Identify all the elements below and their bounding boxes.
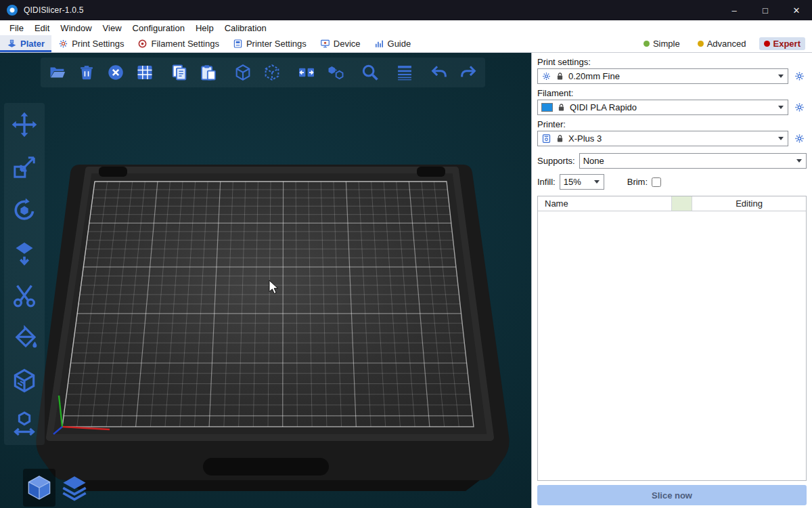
toolbar-group [357, 60, 383, 85]
delete-button[interactable] [74, 60, 99, 85]
mode-expert[interactable]: Expert [759, 37, 805, 50]
menu-edit[interactable]: Edit [29, 23, 55, 33]
filament-edit-button[interactable] [792, 100, 807, 115]
redo-icon [459, 63, 478, 82]
brim-checkbox[interactable] [652, 177, 661, 187]
mode-dot-icon [698, 41, 704, 47]
minimize-button[interactable]: – [719, 0, 750, 20]
paint-icon [11, 324, 38, 352]
paste-button[interactable] [196, 60, 221, 85]
print-settings-label: Print settings: [537, 57, 807, 67]
print-settings-row: 0.20mm Fine [537, 68, 807, 84]
rotate-tool-button[interactable] [7, 192, 42, 228]
menu-view[interactable]: View [97, 23, 127, 33]
search-icon [361, 63, 380, 82]
filament-settings-icon [137, 39, 148, 49]
plater-icon [7, 39, 17, 49]
menu-help[interactable]: Help [190, 23, 219, 33]
slice-now-button[interactable]: Slice now [537, 485, 807, 505]
column-header-editing[interactable]: Editing [692, 196, 806, 211]
editor-view-button[interactable] [23, 469, 55, 507]
print-bed[interactable] [0, 53, 531, 508]
preview-view-button[interactable] [58, 469, 91, 507]
maximize-button[interactable]: □ [750, 0, 781, 20]
gear-icon [794, 133, 805, 144]
printer-combo[interactable]: X-Plus 3 [537, 131, 788, 146]
guide-icon [374, 39, 384, 49]
arrange-button[interactable] [132, 60, 158, 85]
arrange-icon [135, 63, 154, 82]
menu-calibration[interactable]: Calibration [219, 23, 272, 33]
column-header-name[interactable]: Name [538, 196, 672, 211]
delete-all-button[interactable] [103, 60, 129, 85]
mode-selector: SimpleAdvancedExpert [639, 35, 812, 52]
print-settings-combo[interactable]: 0.20mm Fine [537, 68, 788, 84]
app-window: QIDISlicer-1.0.5 – □ ✕ FileEditWindowVie… [0, 0, 812, 508]
print-settings-edit-button[interactable] [792, 69, 807, 84]
spacing-tool-button[interactable] [7, 406, 42, 441]
split-parts-button[interactable] [323, 60, 348, 85]
object-list-body[interactable] [538, 211, 806, 480]
infill-value: 15% [564, 177, 591, 187]
mode-advanced[interactable]: Advanced [693, 37, 751, 50]
supports-value: None [583, 156, 793, 166]
printer-edit-button[interactable] [792, 131, 807, 146]
tab-device[interactable]: Device [313, 35, 367, 52]
open-folder-button[interactable] [45, 60, 70, 85]
variable-layer-height-button[interactable] [392, 60, 418, 85]
tab-print-settings[interactable]: Print Settings [51, 35, 131, 52]
tab-label: Printer Settings [246, 39, 307, 49]
bed-clip-right [417, 167, 445, 177]
menu-file[interactable]: File [4, 23, 29, 33]
scale-tool-button[interactable] [7, 150, 42, 185]
close-button[interactable]: ✕ [781, 0, 812, 20]
3d-viewport[interactable] [0, 53, 531, 508]
menu-window[interactable]: Window [55, 23, 97, 33]
measure-tool-button[interactable] [7, 363, 42, 398]
scale-icon [11, 154, 38, 181]
toolbar-group [45, 60, 158, 85]
window-controls: – □ ✕ [719, 0, 812, 20]
column-header-extruder[interactable] [672, 196, 692, 211]
copy-button[interactable] [166, 60, 192, 85]
redo-button[interactable] [455, 60, 481, 85]
mode-label: Simple [653, 39, 680, 49]
tab-filament-settings[interactable]: Filament Settings [131, 35, 225, 52]
filament-combo[interactable]: QIDI PLA Rapido [537, 100, 788, 115]
cut-tool-button[interactable] [7, 278, 42, 313]
tab-guide[interactable]: Guide [367, 35, 418, 52]
app-logo-icon [7, 5, 18, 16]
mode-simple[interactable]: Simple [639, 37, 685, 50]
filament-label: Filament: [537, 88, 807, 98]
search-button[interactable] [357, 60, 383, 85]
preview-view-icon [61, 474, 88, 501]
titlebar: QIDISlicer-1.0.5 – □ ✕ [0, 0, 812, 20]
paint-tool-button[interactable] [7, 320, 42, 356]
rotate-icon [11, 196, 38, 224]
variable-layer-height-icon [395, 63, 414, 82]
split-objects-button[interactable] [294, 60, 319, 85]
supports-label: Supports: [537, 156, 575, 166]
move-tool-button[interactable] [7, 107, 42, 142]
printer-icon [541, 133, 551, 144]
toolbar-group [392, 60, 418, 85]
split-parts-icon [326, 63, 345, 82]
move-icon [11, 111, 38, 138]
printer-value: X-Plus 3 [568, 133, 775, 144]
undo-button[interactable] [426, 60, 452, 85]
place-on-face-tool-button[interactable] [7, 235, 42, 270]
printer-settings-icon [233, 39, 243, 49]
tabs: PlaterPrint SettingsFilament SettingsPri… [0, 35, 418, 52]
filament-row: QIDI PLA Rapido [537, 100, 807, 115]
toolbar-group [230, 60, 285, 85]
supports-combo[interactable]: None [579, 153, 807, 169]
tab-printer-settings[interactable]: Printer Settings [226, 35, 313, 52]
delete-all-icon [106, 63, 125, 82]
tab-plater[interactable]: Plater [0, 35, 51, 52]
increase-instances-button[interactable] [230, 60, 256, 85]
menu-configuration[interactable]: Configuration [127, 23, 190, 33]
decrease-instances-button[interactable] [259, 60, 285, 85]
infill-combo[interactable]: 15% [560, 174, 604, 190]
spacing-icon [11, 410, 38, 437]
printer-label: Printer: [537, 119, 807, 129]
